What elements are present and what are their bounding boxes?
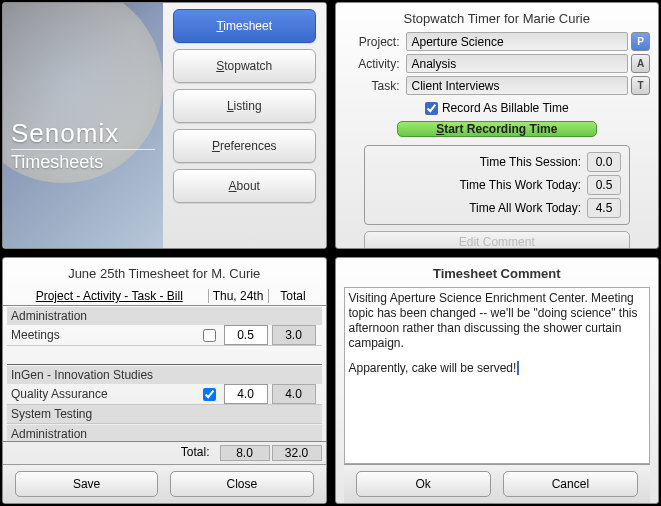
col-patb[interactable]: Project - Activity - Task - Bill <box>36 289 183 303</box>
table-row: Meetings 3.0 <box>7 325 322 346</box>
activity-field[interactable]: Analysis <box>406 54 629 73</box>
project-field[interactable]: Aperture Science <box>406 32 629 51</box>
bill-checkbox[interactable] <box>203 329 216 342</box>
work-today-label: Time This Work Today: <box>459 178 581 192</box>
task-cell: Quality Assurance <box>7 387 196 401</box>
brand-title: Senomix <box>11 118 155 149</box>
menu-about[interactable]: About <box>173 169 316 203</box>
task-cell: Meetings <box>7 328 196 342</box>
table-group: Administration <box>7 424 322 441</box>
col-total: Total <box>268 289 318 303</box>
comment-title: Timesheet Comment <box>344 262 651 287</box>
cancel-button[interactable]: Cancel <box>503 471 638 497</box>
hours-input[interactable] <box>224 384 268 404</box>
project-pick-button[interactable]: P <box>631 32 650 51</box>
save-button[interactable]: Save <box>15 471 158 497</box>
edit-comment-button[interactable]: Edit Comment <box>364 231 631 249</box>
brand-banner: Senomix Timesheets <box>3 3 163 248</box>
main-menu-panel: Senomix Timesheets Timesheet Stopwatch L… <box>2 2 327 249</box>
task-label: Task: <box>344 79 400 93</box>
billable-checkbox[interactable] <box>425 102 438 115</box>
totals-row: Total: 8.0 32.0 <box>3 441 326 464</box>
activity-pick-button[interactable]: A <box>631 54 650 73</box>
session-time-label: Time This Session: <box>480 155 581 169</box>
row-total: 3.0 <box>272 325 316 345</box>
all-today-value: 4.5 <box>587 198 621 218</box>
task-field[interactable]: Client Interviews <box>406 76 629 95</box>
ok-button[interactable]: Ok <box>356 471 491 497</box>
start-recording-button[interactable]: Start Recording Time <box>397 121 597 137</box>
menu-stopwatch[interactable]: Stopwatch <box>173 49 316 83</box>
bill-checkbox[interactable] <box>203 388 216 401</box>
table-group: Administration <box>7 306 322 325</box>
comment-textarea[interactable]: Visiting Aperture Science Enrichment Cen… <box>344 287 651 464</box>
menu-preferences[interactable]: Preferences <box>173 129 316 163</box>
col-day: Thu, 24th <box>208 289 268 303</box>
menu-timesheet[interactable]: Timesheet <box>173 9 316 43</box>
all-today-label: Time All Work Today: <box>469 201 581 215</box>
menu-listing[interactable]: Listing <box>173 89 316 123</box>
brand-subtitle: Timesheets <box>11 149 155 173</box>
task-pick-button[interactable]: T <box>631 76 650 95</box>
project-label: Project: <box>344 35 400 49</box>
work-today-value: 0.5 <box>587 175 621 195</box>
row-total: 4.0 <box>272 384 316 404</box>
timesheet-panel: June 25th Timesheet for M. Curie Project… <box>2 257 327 504</box>
table-row: Quality Assurance 4.0 <box>7 384 322 405</box>
total-all: 32.0 <box>272 445 322 461</box>
table-row: System Testing <box>7 405 322 424</box>
stopwatch-title: Stopwatch Timer for Marie Curie <box>344 7 651 32</box>
timesheet-title: June 25th Timesheet for M. Curie <box>3 262 326 287</box>
total-label: Total: <box>7 445 218 461</box>
total-day: 8.0 <box>220 445 270 461</box>
table-group: InGen - Innovation Studies <box>7 365 322 384</box>
text-cursor <box>517 361 522 375</box>
hours-input[interactable] <box>224 325 268 345</box>
activity-label: Activity: <box>344 57 400 71</box>
table-header: Project - Activity - Task - Bill Thu, 24… <box>3 287 326 306</box>
stopwatch-panel: Stopwatch Timer for Marie Curie Project:… <box>335 2 660 249</box>
time-readouts: Time This Session:0.0 Time This Work Tod… <box>364 145 631 225</box>
menu-list: Timesheet Stopwatch Listing Preferences … <box>163 3 326 248</box>
comment-panel: Timesheet Comment Visiting Aperture Scie… <box>335 257 660 504</box>
close-button[interactable]: Close <box>170 471 313 497</box>
session-time-value: 0.0 <box>587 152 621 172</box>
billable-label: Record As Billable Time <box>442 101 569 115</box>
